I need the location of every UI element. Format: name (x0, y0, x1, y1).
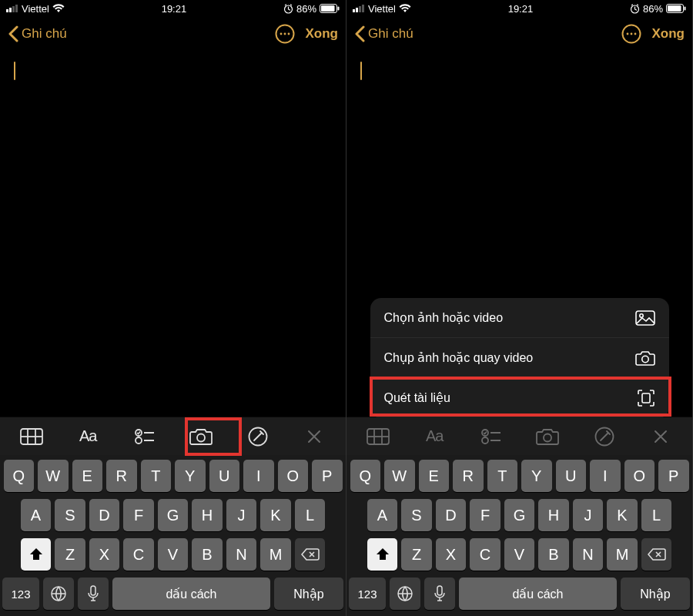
key-space[interactable]: dấu cách (459, 578, 617, 610)
svg-point-9 (280, 33, 282, 35)
key-x[interactable]: X (436, 538, 467, 571)
camera-tool[interactable] (173, 417, 230, 455)
key-g[interactable]: G (158, 499, 189, 531)
key-y[interactable]: Y (175, 460, 206, 492)
svg-rect-36 (636, 311, 654, 325)
key-o[interactable]: O (278, 460, 309, 492)
close-toolbar[interactable] (286, 417, 343, 455)
text-format-tool[interactable]: Aa (60, 417, 117, 455)
checklist-tool[interactable] (116, 417, 173, 455)
keyboard: Q W E R T Y U I O P A S D F G H J K L Z (0, 455, 346, 616)
key-w[interactable]: W (38, 460, 69, 492)
key-v[interactable]: V (158, 538, 189, 571)
scan-icon (637, 389, 655, 407)
key-c[interactable]: C (123, 538, 154, 571)
key-d[interactable]: D (436, 499, 467, 531)
key-b[interactable]: B (538, 538, 569, 571)
signal-icon (353, 5, 365, 12)
key-s[interactable]: S (401, 499, 432, 531)
more-button[interactable] (621, 24, 641, 44)
key-j[interactable]: J (573, 499, 604, 531)
key-e[interactable]: E (72, 460, 103, 492)
key-z[interactable]: Z (401, 538, 432, 571)
phone-screen-right: Viettel 19:21 86% Ghi chú (346, 0, 693, 616)
key-backspace[interactable] (295, 538, 326, 571)
key-j[interactable]: J (226, 499, 257, 531)
key-l[interactable]: L (641, 499, 672, 531)
key-o[interactable]: O (624, 460, 655, 492)
key-globe[interactable] (43, 578, 74, 610)
key-w[interactable]: W (384, 460, 415, 492)
text-format-tool[interactable]: Aa (407, 417, 464, 455)
menu-take-photo[interactable]: Chụp ảnh hoặc quay video (370, 338, 669, 378)
key-t[interactable]: T (141, 460, 172, 492)
key-shift[interactable] (21, 538, 52, 571)
back-button[interactable]: Ghi chú (354, 25, 413, 42)
key-z[interactable]: Z (55, 538, 85, 571)
done-button[interactable]: Xong (652, 26, 685, 42)
key-p[interactable]: P (658, 460, 689, 492)
menu-choose-photo[interactable]: Chọn ảnh hoặc video (370, 298, 669, 338)
back-button[interactable]: Ghi chú (8, 25, 67, 42)
key-a[interactable]: A (21, 499, 52, 531)
table-tool[interactable] (3, 417, 60, 455)
text-cursor (14, 62, 15, 80)
key-i[interactable]: I (590, 460, 621, 492)
key-s[interactable]: S (55, 499, 85, 531)
table-tool[interactable] (350, 417, 407, 455)
key-d[interactable]: D (89, 499, 120, 531)
key-n[interactable]: N (573, 538, 604, 571)
key-q[interactable]: Q (4, 460, 35, 492)
key-q[interactable]: Q (350, 460, 381, 492)
key-m[interactable]: M (607, 538, 638, 571)
key-t[interactable]: T (487, 460, 518, 492)
key-k[interactable]: K (607, 499, 638, 531)
key-return[interactable]: Nhập (274, 578, 343, 610)
key-n[interactable]: N (226, 538, 257, 571)
note-editor[interactable]: Chọn ảnh hoặc video Chụp ảnh hoặc quay v… (346, 51, 692, 417)
key-numbers[interactable]: 123 (2, 578, 39, 610)
camera-tool[interactable] (520, 417, 577, 455)
key-x[interactable]: X (89, 538, 120, 571)
menu-scan-document[interactable]: Quét tài liệu (370, 378, 669, 418)
key-numbers[interactable]: 123 (349, 578, 386, 610)
key-v[interactable]: V (504, 538, 535, 571)
key-k[interactable]: K (260, 499, 291, 531)
key-return[interactable]: Nhập (621, 578, 690, 610)
key-y[interactable]: Y (521, 460, 552, 492)
key-shift[interactable] (367, 538, 398, 571)
svg-point-20 (197, 434, 205, 441)
key-l[interactable]: L (295, 499, 326, 531)
key-u[interactable]: U (209, 460, 240, 492)
key-i[interactable]: I (243, 460, 274, 492)
close-toolbar[interactable] (633, 417, 690, 455)
key-h[interactable]: H (538, 499, 569, 531)
key-m[interactable]: M (260, 538, 291, 571)
svg-rect-51 (437, 586, 442, 595)
key-a[interactable]: A (367, 499, 398, 531)
key-h[interactable]: H (192, 499, 223, 531)
key-b[interactable]: B (192, 538, 223, 571)
key-r[interactable]: R (453, 460, 484, 492)
note-editor[interactable] (0, 51, 346, 417)
key-space[interactable]: dấu cách (112, 578, 270, 610)
key-backspace[interactable] (641, 538, 672, 571)
key-p[interactable]: P (312, 460, 343, 492)
markup-tool[interactable] (576, 417, 633, 455)
key-globe[interactable] (390, 578, 420, 610)
key-g[interactable]: G (504, 499, 535, 531)
key-r[interactable]: R (106, 460, 137, 492)
key-e[interactable]: E (419, 460, 450, 492)
key-f[interactable]: F (123, 499, 154, 531)
more-button[interactable] (275, 24, 295, 44)
key-f[interactable]: F (470, 499, 500, 531)
svg-point-48 (544, 434, 551, 441)
phone-screen-left: Viettel 19:21 86% Ghi chú (0, 0, 346, 616)
key-mic[interactable] (424, 578, 455, 610)
markup-tool[interactable] (229, 417, 286, 455)
key-u[interactable]: U (556, 460, 587, 492)
key-c[interactable]: C (470, 538, 500, 571)
checklist-tool[interactable] (463, 417, 520, 455)
key-mic[interactable] (78, 578, 109, 610)
done-button[interactable]: Xong (306, 26, 339, 42)
